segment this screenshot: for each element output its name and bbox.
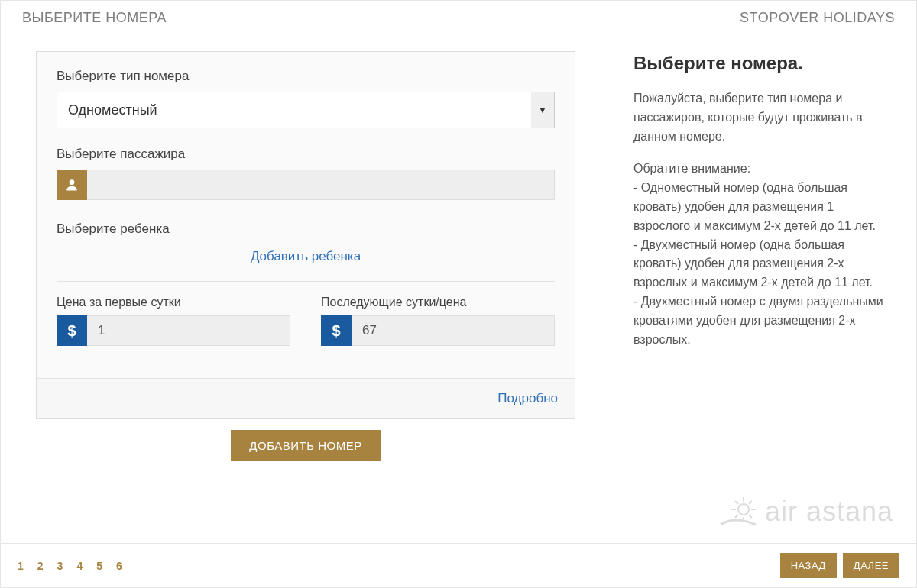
header: ВЫБЕРИТЕ НОМЕРА STOPOVER HOLIDAYS: [1, 1, 916, 34]
passenger-input[interactable]: [87, 170, 555, 200]
sidebar-notes: Обратите внимание: - Одноместный номер (…: [633, 160, 893, 349]
note-item: - Двухместный номер с двумя раздельными …: [633, 292, 893, 349]
brand-text: air astana: [765, 496, 893, 528]
header-title-left: ВЫБЕРИТЕ НОМЕРА: [22, 10, 167, 26]
next-button[interactable]: ДАЛЕЕ: [843, 553, 899, 578]
child-label: Выберите ребенка: [57, 221, 555, 237]
svg-point-1: [738, 504, 749, 515]
dollar-icon: $: [321, 315, 352, 346]
body: Выберите тип номера Одноместный ▼ Выбери…: [1, 34, 916, 543]
passenger-label: Выберите пассажира: [57, 147, 555, 162]
sidebar-content: Выберите номера. Пожалуйста, выберите ти…: [633, 53, 893, 349]
card-footer: Подробно: [37, 378, 575, 418]
passenger-row: [57, 170, 555, 200]
page-step[interactable]: 1: [18, 560, 24, 572]
page-step[interactable]: 2: [37, 560, 44, 572]
footer: 1 2 3 4 5 6 НАЗАД ДАЛЕЕ: [1, 543, 916, 587]
sidebar: Выберите номера. Пожалуйста, выберите ти…: [611, 34, 916, 543]
app-window: ВЫБЕРИТЕ НОМЕРА STOPOVER HOLIDAYS Выбери…: [0, 0, 917, 588]
header-title-right: STOPOVER HOLIDAYS: [740, 10, 895, 26]
price-row: Цена за первые сутки $ Последующие сутки…: [57, 296, 555, 346]
note-item: - Двухместный номер (одна большая кроват…: [633, 236, 893, 292]
page-step[interactable]: 6: [116, 560, 122, 572]
svg-line-8: [735, 515, 738, 518]
person-icon: [57, 170, 87, 200]
first-night-col: Цена за первые сутки $: [57, 296, 290, 346]
room-type-label: Выберите тип номера: [57, 69, 555, 84]
add-room-row: ДОБАВИТЬ НОМЕР: [36, 430, 575, 461]
svg-line-6: [735, 501, 738, 504]
sun-icon: [719, 496, 757, 528]
svg-line-9: [749, 501, 752, 504]
note-item: - Одноместный номер (одна большая кроват…: [633, 179, 893, 235]
first-night-input[interactable]: [87, 315, 290, 346]
first-night-input-wrap: $: [57, 315, 290, 346]
room-type-select-wrap: Одноместный ▼: [57, 92, 555, 128]
sidebar-intro: Пожалуйста, выберите тип номера и пассаж…: [633, 89, 893, 146]
next-night-input-wrap: $: [321, 315, 555, 346]
add-room-button[interactable]: ДОБАВИТЬ НОМЕР: [231, 430, 380, 461]
footer-buttons: НАЗАД ДАЛЕЕ: [780, 553, 899, 578]
note-title: Обратите внимание:: [633, 160, 893, 179]
next-night-col: Последующие сутки/цена $: [321, 296, 555, 346]
svg-line-7: [749, 515, 752, 518]
page-step[interactable]: 3: [57, 560, 63, 572]
page-step[interactable]: 5: [96, 560, 102, 572]
next-night-label: Последующие сутки/цена: [321, 296, 555, 309]
add-child-row: Добавить ребенка: [57, 244, 555, 282]
first-night-label: Цена за первые сутки: [57, 296, 290, 309]
main-scroll-area[interactable]: Выберите тип номера Одноместный ▼ Выбери…: [1, 34, 611, 543]
svg-point-0: [70, 179, 75, 185]
back-button[interactable]: НАЗАД: [780, 553, 837, 578]
room-card: Выберите тип номера Одноместный ▼ Выбери…: [36, 51, 575, 419]
next-night-input[interactable]: [352, 315, 555, 346]
add-child-link[interactable]: Добавить ребенка: [251, 249, 361, 263]
brand-logo: air astana: [633, 496, 893, 528]
pager: 1 2 3 4 5 6: [18, 560, 122, 572]
details-link[interactable]: Подробно: [497, 391, 558, 405]
room-type-select[interactable]: Одноместный: [57, 92, 555, 128]
main-inner: Выберите тип номера Одноместный ▼ Выбери…: [1, 34, 611, 543]
page-step[interactable]: 4: [76, 560, 83, 572]
dollar-icon: $: [57, 315, 87, 346]
sidebar-title: Выберите номера.: [633, 53, 893, 74]
